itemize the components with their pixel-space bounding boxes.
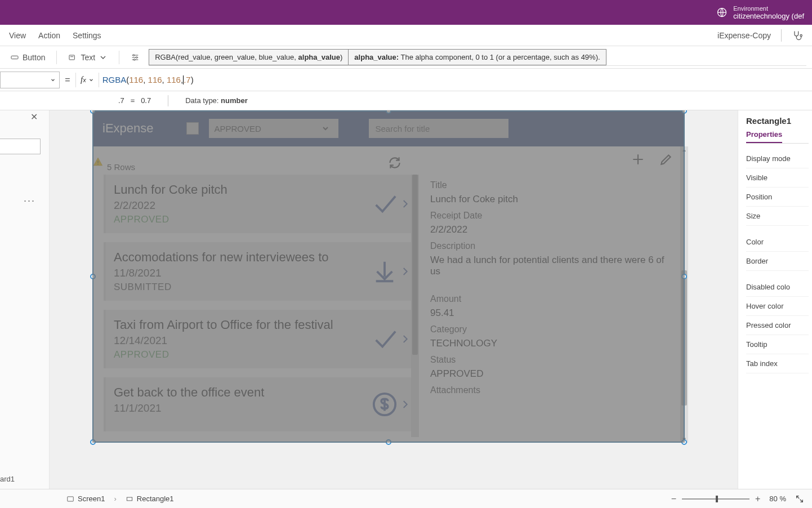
selection-outline[interactable]: [92, 110, 685, 443]
resize-handle[interactable]: [90, 274, 96, 279]
prop-tooltip[interactable]: Tooltip: [746, 335, 809, 354]
title-bar: Environment citizentechnology (def: [0, 0, 812, 25]
tree-search-input[interactable]: [0, 139, 41, 154]
menu-view[interactable]: View: [9, 31, 26, 40]
zoom-control: − +: [671, 494, 761, 504]
zoom-in-button[interactable]: +: [755, 494, 760, 504]
env-label: Environment: [733, 5, 804, 12]
tab-properties[interactable]: Properties: [746, 130, 782, 143]
chevron-down-icon: [88, 77, 94, 83]
settings-sliders[interactable]: [126, 51, 144, 64]
formula-param-desc: alpha_value: The alpha component, 0 to 1…: [349, 49, 606, 65]
zoom-out-button[interactable]: −: [671, 494, 676, 504]
chevron-down-icon: [50, 77, 56, 83]
maximize-icon[interactable]: [795, 494, 804, 503]
breadcrumb-label: Rectangle1: [137, 494, 174, 503]
zoom-unit: %: [779, 494, 786, 503]
sig-param: alpha_value: [298, 53, 340, 61]
environment-badge[interactable]: Environment citizentechnology (def: [716, 5, 804, 20]
workspace: ✕ ··· ard1 iExpense APPROVED Search for …: [0, 110, 812, 489]
tree-panel: ✕ ··· ard1: [0, 110, 50, 489]
resize-handle[interactable]: [681, 274, 687, 279]
footer-bar: Screen1 › Rectangle1 − + 80 %: [0, 489, 812, 508]
tree-item-ard1[interactable]: ard1: [0, 475, 15, 483]
text-icon: [68, 53, 77, 62]
svg-point-1: [800, 34, 802, 36]
prop-visible[interactable]: Visible: [746, 168, 809, 188]
param-desc: The alpha component, 0 to 1 (or a percen…: [399, 53, 600, 61]
svg-rect-3: [69, 55, 74, 60]
svg-point-4: [133, 54, 135, 56]
menu-action[interactable]: Action: [38, 31, 60, 40]
formula-signature: RGBA(red_value, green_value, blue_value,…: [149, 49, 349, 65]
screen-icon: [66, 495, 74, 503]
insert-text[interactable]: Text: [64, 51, 112, 64]
project-name: iExpense-Copy: [717, 31, 771, 40]
fx-button[interactable]: fx: [76, 75, 99, 84]
formula-comma: ,: [143, 75, 148, 84]
eval-result: 0.7: [141, 96, 151, 105]
env-value: citizentechnology (def: [733, 12, 804, 20]
property-dropdown[interactable]: [0, 72, 60, 88]
resize-handle[interactable]: [90, 110, 96, 114]
formula-num: .7: [184, 75, 191, 84]
sig-suffix: ): [340, 53, 342, 61]
environment-icon: [716, 7, 728, 18]
prop-size[interactable]: Size: [746, 207, 809, 226]
resize-handle[interactable]: [681, 439, 687, 445]
breadcrumb-label: Screen1: [78, 494, 105, 503]
prop-border[interactable]: Border: [746, 252, 809, 271]
formula-input[interactable]: RGBA(116, 116, 116,.7): [99, 75, 812, 85]
zoom-slider[interactable]: [682, 498, 749, 500]
resize-handle[interactable]: [386, 439, 391, 445]
prop-hover-color[interactable]: Hover color: [746, 297, 809, 316]
eval-eq: =: [131, 96, 135, 105]
insert-button[interactable]: Button: [6, 51, 50, 64]
close-icon[interactable]: ✕: [30, 112, 38, 122]
svg-point-6: [134, 59, 136, 60]
sig-prefix: RGBA(red_value, green_value, blue_value,: [155, 53, 298, 61]
more-icon[interactable]: ···: [24, 195, 35, 207]
button-icon: [10, 53, 19, 62]
resize-handle[interactable]: [681, 110, 687, 114]
formula-fn: RGBA: [102, 75, 127, 84]
datatype-value: number: [221, 96, 248, 105]
prop-color[interactable]: Color: [746, 233, 809, 252]
breadcrumb-rectangle[interactable]: Rectangle1: [126, 494, 174, 503]
sliders-icon: [131, 53, 140, 62]
formula-evaluation: .7 = 0.7 Data type: number: [0, 91, 812, 110]
separator: [56, 51, 57, 64]
insert-button-label: Button: [23, 53, 45, 62]
prop-tab-index[interactable]: Tab index: [746, 354, 809, 373]
datatype-label: Data type:: [185, 96, 221, 105]
divider: [781, 29, 782, 42]
svg-point-5: [136, 56, 138, 58]
properties-panel: Rectangle1 Properties Display mode Visib…: [738, 110, 812, 489]
breadcrumb-screen[interactable]: Screen1: [66, 494, 105, 503]
formula-comma: ,: [162, 75, 167, 84]
selected-element-name: Rectangle1: [746, 116, 809, 126]
chevron-down-icon: [99, 53, 108, 62]
formula-bar: = fx RGBA(116, 116, 116,.7): [0, 69, 812, 91]
rectangle-icon: [126, 495, 133, 503]
prop-disabled-color[interactable]: Disabled colo: [746, 278, 809, 297]
equals-sign: =: [60, 75, 75, 85]
formula-num: 116: [167, 75, 181, 84]
separator: [168, 95, 168, 106]
prop-position[interactable]: Position: [746, 188, 809, 207]
insert-text-label: Text: [81, 53, 95, 62]
resize-handle[interactable]: [90, 439, 96, 445]
insert-toolbar: Button Text RGBA(red_value, green_value,…: [0, 46, 812, 69]
canvas[interactable]: iExpense APPROVED Search for title 5 Row…: [50, 110, 738, 489]
svg-rect-10: [127, 497, 132, 501]
stethoscope-icon[interactable]: [792, 30, 803, 41]
breadcrumb-separator: ›: [114, 494, 116, 503]
zoom-knob[interactable]: [716, 496, 718, 502]
svg-rect-9: [68, 496, 74, 501]
prop-pressed-color[interactable]: Pressed color: [746, 316, 809, 335]
prop-display-mode[interactable]: Display mode: [746, 149, 809, 168]
eval-expr: .7: [118, 96, 124, 105]
svg-rect-2: [11, 56, 18, 59]
menu-settings[interactable]: Settings: [73, 31, 101, 40]
resize-handle[interactable]: [386, 110, 391, 114]
